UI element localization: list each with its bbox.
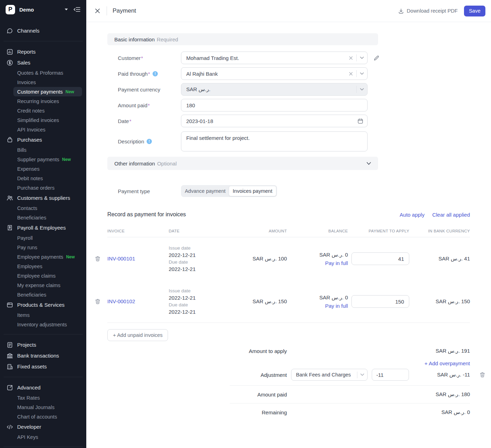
paid-through-select[interactable]: Al Rajhi Bank [181,67,368,80]
delete-invoice-icon[interactable] [93,299,107,304]
sidebar-item-sales[interactable]: Sales [0,57,86,68]
sidebar-item-inventory-adjustments[interactable]: Inventory adjustments [0,320,86,329]
sidebar-item-manual-journals[interactable]: Manual Journals [0,402,86,412]
invoice-link[interactable]: INV-000101 [107,256,135,262]
sidebar-item-contacts[interactable]: Contacts [0,203,86,213]
sidebar-item-bank-transactions[interactable]: Bank transactions [0,350,86,361]
sidebar-item-employee-payments[interactable]: Employee paymentsNew [0,252,86,262]
sidebar-item-expenses[interactable]: Expenses [0,164,86,174]
in-bank-currency-value: SAR ر.س. 150 [409,298,470,305]
invoice-amount: SAR ر.س. 100 [234,256,287,262]
sidebar-item-beneficiaries[interactable]: Beneficiaries [0,213,86,222]
app: P Demo Channels Reports Sales Quotes & P… [0,0,491,448]
sidebar-item-customers-suppliers[interactable]: Customers & suppliers [0,192,86,203]
chevron-down-icon[interactable] [360,56,364,59]
org-switcher[interactable]: P Demo [0,4,86,15]
download-receipt-button[interactable]: Download receipt PDF [398,8,458,14]
sidebar-item-chart-of-accounts[interactable]: Chart of accounts [0,412,86,421]
delete-adjustment-icon[interactable] [480,372,485,378]
sidebar-item-pay-runs[interactable]: Pay runs [0,243,86,252]
sidebar-item-invoices[interactable]: Invoices [0,77,86,87]
invoice-balance: SAR ر.س. 0 [287,252,348,258]
description-row: Description! Final settlement for projec… [107,131,470,151]
sidebar-item-simplified-invoices[interactable]: Simplified invoices [0,115,86,125]
sidebar-item-reports[interactable]: Reports [0,46,86,57]
add-unpaid-invoices-button[interactable]: + Add unpaid invoices [107,329,168,341]
sidebar-item-channels[interactable]: Channels [0,25,86,36]
sidebar-item-employee-claims[interactable]: Employee claims [0,271,86,280]
payment-currency-select[interactable]: SAR ر.س. [181,83,368,96]
bank-icon [6,352,13,359]
sidebar-item-products-services[interactable]: Products & Services [0,299,86,310]
chevron-down-icon [360,373,364,376]
sidebar-item-projects[interactable]: Projects [0,339,86,350]
payment-to-apply-input[interactable] [351,295,409,308]
chevron-down-icon[interactable] [366,162,371,165]
sidebar-item-supplier-payments[interactable]: Supplier paymentsNew [0,155,86,164]
payment-currency-value: SAR ر.س. [181,83,356,95]
sidebar-item-developer[interactable]: Developer [0,421,86,432]
auto-apply-link[interactable]: Auto apply [400,212,425,218]
sidebar-item-customer-payments[interactable]: Customer paymentsNew [13,87,82,96]
adjustment-value: SAR ر.س. -11 [437,372,470,378]
sidebar-item-payroll-employees[interactable]: Payroll & Employees [0,222,86,233]
sidebar-item-items[interactable]: Items [0,310,86,320]
invoice-link[interactable]: INV-000102 [107,298,135,304]
sidebar-item-payroll[interactable]: Payroll [0,233,86,243]
chevron-down-icon[interactable] [360,72,364,75]
summary-amount-paid-value: SAR ر.س. 180 [436,391,470,398]
payment-to-apply-input[interactable] [351,252,409,265]
customer-select[interactable]: Mohamad Trading Est. [181,52,368,64]
clear-icon[interactable] [349,72,353,76]
sidebar-item-bills[interactable]: Bills [0,145,86,155]
amount-to-apply-value: SAR ر.س. 191 [436,348,470,354]
calendar-icon[interactable] [357,118,363,124]
advance-payment-tab[interactable]: Advance payment [182,186,229,196]
sidebar-item-beneficiaries-2[interactable]: Beneficiaries [0,290,86,299]
collapse-sidebar-icon[interactable] [74,7,81,12]
sidebar-item-quotes-proformas[interactable]: Quotes & Proformas [0,68,86,77]
paid-through-value: Al Rajhi Bank [181,68,349,80]
date-input[interactable] [181,115,367,127]
new-badge: New [62,157,71,162]
clear-all-applied-link[interactable]: Clear all applied [432,212,470,218]
sidebar-item-employees[interactable]: Employees [0,262,86,271]
sidebar-item-advanced[interactable]: Advanced [0,382,86,393]
org-name: Demo [19,7,34,13]
sidebar-item-my-expense-claims[interactable]: My expense claims [0,280,86,290]
sidebar-item-recurring-invoices[interactable]: Recurring invoices [0,96,86,106]
payment-type-row: Payment type Advance payment Invoices pa… [107,185,470,197]
sidebar-item-fixed-assets[interactable]: Fixed assets [0,361,86,372]
invoice-amount: SAR ر.س. 150 [234,298,287,305]
info-icon: ! [147,139,152,144]
sidebar-item-purchases[interactable]: Purchases [0,134,86,145]
other-information-section-header[interactable]: Other information Optional [107,157,378,170]
save-button[interactable]: Save [464,6,485,16]
adjustment-account-select[interactable]: Bank Fees and Charges [291,369,368,381]
sidebar-item-tax-rates[interactable]: Tax Rates [0,393,86,402]
page-header: Payment Download receipt PDF Save [86,0,491,22]
remaining-value: SAR ر.س. 0 [442,409,470,415]
sidebar-item-api-invoices[interactable]: API Invoices [0,125,86,134]
delete-invoice-icon[interactable] [93,256,107,262]
description-input[interactable]: Final settlement for project. [181,131,368,151]
sidebar-item-debit-notes[interactable]: Debit notes [0,174,86,183]
amount-paid-input[interactable] [181,99,367,111]
sidebar-item-api-keys[interactable]: API Keys [0,432,86,442]
summary-amount-paid-label: Amount paid [230,392,287,398]
paid-through-row: Paid through*! Al Rajhi Bank [107,67,470,80]
caret-down-icon[interactable] [65,8,68,11]
close-icon[interactable] [93,6,102,16]
pay-in-full-link[interactable]: Pay in full [325,303,348,309]
date-field [181,115,368,127]
edit-customer-icon[interactable] [374,55,379,61]
sidebar-item-purchase-orders[interactable]: Purchase orders [0,183,86,192]
adjustment-amount-input[interactable] [372,369,409,381]
invoices-table: INVOICE DATE AMOUNT BALANCE PAYMENT TO A… [93,229,470,323]
invoices-payment-tab[interactable]: Invoices payment [229,186,276,196]
sidebar-item-credit-notes[interactable]: Credit notes [0,106,86,115]
clear-icon[interactable] [349,56,353,60]
code-icon [6,423,13,430]
pay-in-full-link[interactable]: Pay in full [325,260,348,266]
add-overpayment-link[interactable]: + Add overpayment [424,360,470,366]
